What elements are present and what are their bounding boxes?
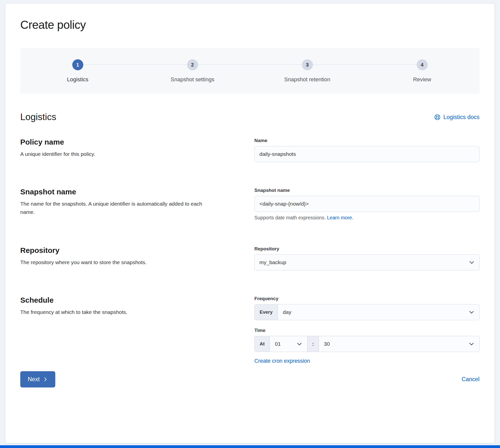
next-button-label: Next: [28, 376, 40, 383]
snapshot-name-heading: Snapshot name: [20, 188, 207, 196]
policy-name-description: A unique identifier for this policy.: [20, 150, 207, 158]
snapshot-name-info: Snapshot name The name for the snapshots…: [20, 188, 207, 221]
logistics-docs-link-label: Logistics docs: [443, 114, 479, 121]
help-icon: [434, 114, 441, 121]
create-policy-card: Create policy 1 Logistics 2 Snapshot set…: [5, 3, 495, 443]
form-footer: Next Cancel: [20, 371, 479, 387]
policy-name-info: Policy name A unique identifier for this…: [20, 138, 207, 162]
cancel-link[interactable]: Cancel: [461, 376, 479, 383]
repository-field-label: Repository: [254, 246, 479, 252]
schedule-info: Schedule The frequency at which to take …: [20, 296, 207, 364]
step-snapshot-retention[interactable]: 3 Snapshot retention: [250, 48, 365, 94]
schedule-heading: Schedule: [20, 296, 207, 304]
schedule-row: Schedule The frequency at which to take …: [20, 296, 479, 364]
frequency-prepend-label: Every: [255, 304, 278, 320]
minute-select-value: 30: [324, 341, 330, 347]
step-logistics[interactable]: 1 Logistics: [20, 48, 135, 94]
step-number-badge: 4: [417, 59, 428, 70]
hour-select-value: 01: [275, 341, 281, 347]
hour-select[interactable]: 01: [270, 336, 307, 352]
chevron-right-icon: [43, 377, 48, 382]
snapshot-name-field-group: Snapshot name Supports date math express…: [254, 188, 479, 221]
step-label: Review: [413, 76, 431, 83]
repository-field-group: Repository my_backup: [254, 246, 479, 270]
step-review[interactable]: 4 Review: [365, 48, 479, 94]
snapshot-name-help: Supports date math expressions. Learn mo…: [254, 215, 479, 221]
policy-name-heading: Policy name: [20, 138, 207, 146]
stepper: 1 Logistics 2 Snapshot settings 3 Snapsh…: [20, 48, 479, 94]
logistics-docs-link[interactable]: Logistics docs: [434, 114, 479, 121]
repository-description: The repository where you want to store t…: [20, 258, 207, 267]
cron-row: Create cron expression: [254, 358, 479, 364]
logistics-form: Policy name A unique identifier for this…: [20, 138, 479, 364]
time-field-label: Time: [254, 328, 479, 333]
next-button[interactable]: Next: [20, 371, 55, 387]
snapshot-name-field-label: Snapshot name: [254, 188, 479, 193]
step-number-badge: 2: [187, 59, 198, 70]
step-label: Snapshot retention: [284, 76, 330, 83]
learn-more-link[interactable]: Learn more.: [327, 215, 353, 220]
create-policy-page: Create policy 1 Logistics 2 Snapshot set…: [0, 0, 500, 448]
policy-name-input[interactable]: [254, 146, 479, 162]
policy-name-field-group: Name: [254, 138, 479, 162]
name-field-label: Name: [254, 138, 479, 143]
frequency-select-value: day: [283, 309, 291, 315]
frequency-field-label: Frequency: [254, 296, 479, 301]
schedule-description: The frequency at which to take the snaps…: [20, 308, 207, 316]
chevron-down-icon: [469, 260, 474, 265]
step-number-badge: 3: [302, 59, 313, 70]
chevron-down-icon: [469, 309, 474, 315]
minute-select[interactable]: 30: [319, 336, 479, 352]
frequency-select[interactable]: day: [278, 304, 479, 320]
step-label: Logistics: [67, 76, 89, 83]
time-separator: :: [307, 336, 319, 352]
repository-select[interactable]: my_backup: [254, 254, 479, 270]
frequency-control: Every day: [254, 304, 479, 320]
snapshot-name-row: Snapshot name The name for the snapshots…: [20, 188, 479, 221]
step-snapshot-settings[interactable]: 2 Snapshot settings: [135, 48, 250, 94]
create-cron-expression-link[interactable]: Create cron expression: [254, 358, 310, 364]
repository-select-value: my_backup: [259, 259, 286, 265]
repository-info: Repository The repository where you want…: [20, 246, 207, 270]
page-title: Create policy: [20, 18, 479, 32]
repository-heading: Repository: [20, 246, 207, 255]
bottom-accent-bar: [0, 445, 500, 448]
policy-name-row: Policy name A unique identifier for this…: [20, 138, 479, 162]
schedule-field-group: Frequency Every day Time At 01: [254, 296, 479, 364]
section-header: Logistics Logistics docs: [20, 112, 479, 122]
time-prepend-label: At: [255, 336, 270, 352]
repository-row: Repository The repository where you want…: [20, 246, 479, 270]
time-control: At 01 : 30: [254, 336, 479, 352]
step-label: Snapshot settings: [171, 76, 214, 83]
chevron-down-icon: [297, 341, 302, 347]
step-number-badge: 1: [72, 59, 83, 70]
section-title: Logistics: [20, 112, 56, 122]
chevron-down-icon: [469, 341, 474, 347]
snapshot-name-input[interactable]: [254, 196, 479, 212]
snapshot-name-description: The name for the snapshots. A unique ide…: [20, 200, 207, 216]
snapshot-name-help-text: Supports date math expressions.: [254, 215, 327, 220]
